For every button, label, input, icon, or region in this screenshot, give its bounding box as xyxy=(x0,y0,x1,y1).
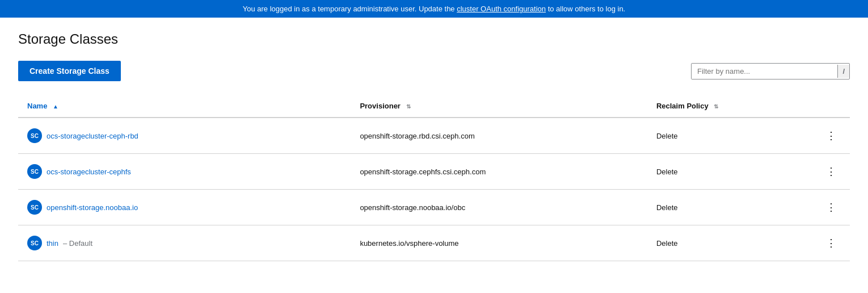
banner-text-before: You are logged in as a temporary adminis… xyxy=(243,5,457,13)
kebab-menu-button-2[interactable]: ⋮ xyxy=(821,199,841,216)
action-cell-3: ⋮ xyxy=(812,225,850,261)
provisioner-cell-2: openshift-storage.noobaa.io/obc xyxy=(351,190,647,225)
reclaim-policy-cell-2: Delete xyxy=(647,190,812,225)
sc-badge: SC xyxy=(27,200,42,215)
storage-class-link-0[interactable]: ocs-storagecluster-ceph-rbd xyxy=(47,132,138,140)
page-title: Storage Classes xyxy=(18,31,850,47)
column-header-name[interactable]: Name ▲ xyxy=(18,95,351,118)
name-cell-3: SCthin– Default xyxy=(18,225,351,261)
sc-badge: SC xyxy=(27,164,42,179)
storage-class-link-1[interactable]: ocs-storagecluster-cephfs xyxy=(47,168,131,176)
provisioner-sort-icon: ⇅ xyxy=(406,104,411,110)
filter-slash: / xyxy=(837,65,849,78)
filter-container: / xyxy=(691,63,850,79)
table-row: SCocs-storagecluster-ceph-rbdopenshift-s… xyxy=(18,118,850,154)
filter-input[interactable] xyxy=(692,64,837,79)
storage-class-link-3[interactable]: thin xyxy=(47,239,58,248)
storage-class-link-2[interactable]: openshift-storage.noobaa.io xyxy=(47,203,138,212)
column-header-provisioner[interactable]: Provisioner ⇅ xyxy=(351,95,647,118)
kebab-menu-button-0[interactable]: ⋮ xyxy=(821,127,841,144)
table-header-row: Name ▲ Provisioner ⇅ Reclaim Policy ⇅ xyxy=(18,95,850,118)
create-storage-class-button[interactable]: Create Storage Class xyxy=(18,61,121,81)
reclaim-policy-cell-1: Delete xyxy=(647,154,812,190)
toolbar: Create Storage Class / xyxy=(18,61,850,81)
provisioner-cell-1: openshift-storage.cephfs.csi.ceph.com xyxy=(351,154,647,190)
column-header-actions xyxy=(812,95,850,118)
sc-badge: SC xyxy=(27,128,42,143)
table-row: SCopenshift-storage.noobaa.ioopenshift-s… xyxy=(18,190,850,225)
provisioner-cell-0: openshift-storage.rbd.csi.ceph.com xyxy=(351,118,647,154)
oauth-config-link[interactable]: cluster OAuth configuration xyxy=(457,5,546,13)
name-cell-1: SCocs-storagecluster-cephfs xyxy=(18,154,351,190)
action-cell-2: ⋮ xyxy=(812,190,850,225)
table-row: SCocs-storagecluster-cephfsopenshift-sto… xyxy=(18,154,850,190)
name-cell-2: SCopenshift-storage.noobaa.io xyxy=(18,190,351,225)
kebab-menu-button-3[interactable]: ⋮ xyxy=(821,235,841,252)
name-cell-0: SCocs-storagecluster-ceph-rbd xyxy=(18,118,351,154)
page-content: Storage Classes Create Storage Class / N… xyxy=(0,18,868,275)
kebab-menu-button-1[interactable]: ⋮ xyxy=(821,163,841,180)
table-row: SCthin– Defaultkubernetes.io/vsphere-vol… xyxy=(18,225,850,261)
reclaim-policy-cell-0: Delete xyxy=(647,118,812,154)
admin-banner: You are logged in as a temporary adminis… xyxy=(0,0,868,18)
storage-classes-table: Name ▲ Provisioner ⇅ Reclaim Policy ⇅ SC… xyxy=(18,95,850,261)
action-cell-0: ⋮ xyxy=(812,118,850,154)
column-header-reclaim-policy[interactable]: Reclaim Policy ⇅ xyxy=(647,95,812,118)
reclaim-policy-cell-3: Delete xyxy=(647,225,812,261)
default-label: – Default xyxy=(63,239,92,248)
reclaim-policy-sort-icon: ⇅ xyxy=(714,104,718,110)
table-header: Name ▲ Provisioner ⇅ Reclaim Policy ⇅ xyxy=(18,95,850,118)
sc-badge: SC xyxy=(27,236,42,250)
table-body: SCocs-storagecluster-ceph-rbdopenshift-s… xyxy=(18,118,850,261)
banner-text-after: to allow others to log in. xyxy=(548,5,626,13)
name-sort-icon: ▲ xyxy=(53,104,58,110)
provisioner-cell-3: kubernetes.io/vsphere-volume xyxy=(351,225,647,261)
action-cell-1: ⋮ xyxy=(812,154,850,190)
